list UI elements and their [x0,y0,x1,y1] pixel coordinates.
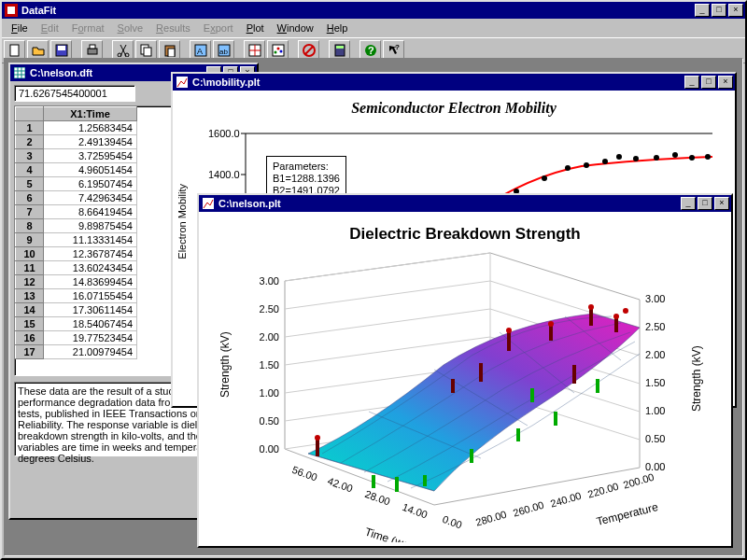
col-header[interactable]: X1:Time [44,107,137,121]
svg-text:1.00: 1.00 [260,387,279,399]
svg-rect-25 [336,46,344,49]
table-row[interactable]: 911.13331454 [16,233,137,247]
table-row[interactable]: 33.72595454 [16,149,137,163]
svg-point-42 [542,175,547,181]
svg-text:200.00: 200.00 [622,471,655,491]
svg-point-46 [616,154,622,160]
nelson-max-button[interactable]: □ [698,197,712,210]
menu-solve: Solve [112,21,149,35]
nelson-close-button[interactable]: × [714,197,729,210]
menubar: File Edit Format Solve Results Export Pl… [2,19,745,37]
table-row[interactable]: 56.19507454 [16,177,137,191]
svg-rect-4 [58,46,65,50]
svg-point-21 [279,50,282,53]
minimize-button[interactable]: _ [695,4,710,17]
table-row[interactable]: 1113.60243454 [16,261,137,275]
svg-rect-18 [273,45,284,56]
svg-rect-2 [10,45,19,56]
svg-point-44 [584,162,589,168]
table-row[interactable]: 1316.07155454 [16,289,137,303]
mobility-max-button[interactable]: □ [701,76,716,89]
maximize-button[interactable]: □ [712,4,726,17]
table-row[interactable]: 1214.83699454 [16,275,137,289]
app-title: DataFit [21,5,693,16]
svg-line-23 [305,47,313,54]
svg-text:3.00: 3.00 [260,275,279,287]
svg-line-54 [285,309,490,337]
mobility-close-button[interactable]: × [718,76,733,89]
table-row[interactable]: 11.25683454 [16,121,137,135]
svg-text:2.00: 2.00 [645,349,665,360]
mobility-titlebar[interactable]: C:\mobility.plt _ □ × [173,74,735,91]
table-row[interactable]: 1012.36787454 [16,247,137,261]
svg-rect-29 [14,67,25,78]
svg-point-83 [548,321,554,327]
svg-text:ab: ab [219,48,228,56]
menu-window[interactable]: Window [272,21,319,35]
svg-line-53 [285,281,490,309]
xlabel: Time (weeks) [363,525,430,542]
svg-point-82 [613,314,619,319]
svg-text:?: ? [368,45,374,56]
table-row[interactable]: 22.49139454 [16,135,137,149]
svg-text:1400.0: 1400.0 [208,169,240,180]
svg-text:42.00: 42.00 [326,475,354,495]
svg-text:?: ? [395,44,400,51]
svg-text:2.50: 2.50 [260,303,279,315]
svg-text:280.00: 280.00 [474,509,508,528]
svg-point-49 [672,152,678,158]
svg-text:28.00: 28.00 [363,488,391,508]
chart-icon [175,75,190,90]
svg-point-51 [705,154,711,160]
ylabel-temp: Temperature [595,500,659,528]
svg-point-45 [602,159,608,164]
svg-point-79 [315,435,320,441]
menu-file[interactable]: File [6,21,34,35]
table-row[interactable]: 1518.54067454 [16,317,137,331]
svg-text:14.00: 14.00 [401,501,429,521]
menu-plot[interactable]: Plot [241,21,270,35]
menu-results: Results [150,21,196,35]
nelson-plot-title: Dielectric Breakdown Strength [203,225,727,244]
svg-text:0.00: 0.00 [260,443,279,455]
menu-format: Format [66,21,110,35]
nelson-title: C:\nelson.plt [218,198,679,209]
close-button[interactable]: × [728,4,743,17]
svg-text:1.50: 1.50 [260,359,279,371]
table-row[interactable]: 44.96051454 [16,163,137,177]
svg-text:2.00: 2.00 [260,331,279,343]
svg-text:0.50: 0.50 [645,433,665,444]
mdi-area: C:\nelson.dft _ □ × 71.6267545400001 X1:… [4,58,743,556]
svg-text:0.00: 0.00 [441,513,463,531]
table-row[interactable]: 67.42963454 [16,191,137,205]
mobility-plot-title: Semiconductor Electron Mobility [176,100,731,117]
svg-text:2.50: 2.50 [645,321,665,332]
nelson-min-button[interactable]: _ [681,197,696,210]
app-titlebar[interactable]: DataFit _ □ × [2,2,745,19]
svg-point-43 [565,165,571,171]
nelson-window[interactable]: C:\nelson.plt _ □ × Dielectric Breakdown… [197,193,733,548]
cell-input[interactable]: 71.6267545400001 [14,85,135,102]
table-row[interactable]: 1417.30611454 [16,303,137,317]
svg-text:0.00: 0.00 [645,461,665,472]
svg-text:1.50: 1.50 [645,377,665,388]
mobility-ylabel: Electron Mobility [176,184,188,259]
svg-text:1.00: 1.00 [645,405,665,416]
table-row[interactable]: 1721.00979454 [16,345,137,359]
svg-text:0.50: 0.50 [260,415,279,427]
svg-text:3.00: 3.00 [645,293,665,304]
mobility-min-button[interactable]: _ [684,76,699,89]
zlabel-right: Strength (kV) [690,345,703,412]
svg-text:A: A [197,47,203,56]
svg-point-20 [276,48,279,50]
table-row[interactable]: 89.89875454 [16,219,137,233]
svg-point-80 [588,304,594,310]
table-row[interactable]: 1619.77523454 [16,331,137,345]
table-row[interactable]: 78.66419454 [16,205,137,219]
nelson-titlebar[interactable]: C:\nelson.plt _ □ × [199,195,731,212]
svg-rect-10 [144,48,151,56]
menu-help[interactable]: Help [321,21,354,35]
svg-text:56.00: 56.00 [290,464,318,483]
app-icon [4,3,19,18]
svg-point-84 [623,308,628,314]
